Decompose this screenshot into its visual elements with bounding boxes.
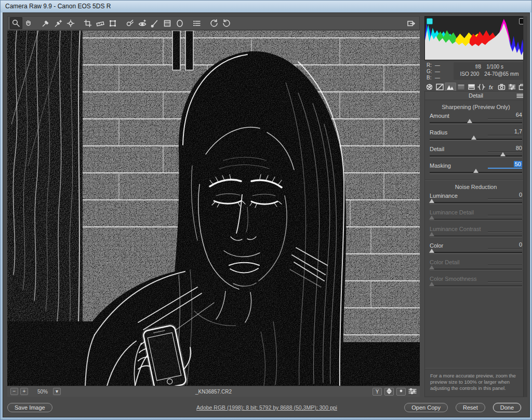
- shutter-value: 1/100 s: [486, 64, 503, 70]
- slider-track[interactable]: [430, 252, 522, 253]
- slider-detail: Detail80: [430, 144, 522, 157]
- image-preview[interactable]: [7, 31, 420, 386]
- panel-tabs: fx: [424, 83, 527, 91]
- straighten-tool-button[interactable]: [94, 17, 107, 29]
- list-icon: [192, 19, 202, 28]
- open-copy-button[interactable]: Open Copy: [404, 403, 448, 412]
- tab-split-toning[interactable]: [466, 83, 476, 91]
- slider-thumb[interactable]: [471, 136, 476, 140]
- minus-icon: −: [13, 389, 16, 394]
- sharpening-sliders: Amount64Radius1,7Detail80Masking50: [425, 111, 527, 178]
- copy-settings-button[interactable]: [396, 388, 406, 396]
- red-eye-removal-tool-button[interactable]: [136, 17, 149, 29]
- zoom-out-button[interactable]: −: [10, 388, 18, 395]
- slider-track[interactable]: [430, 122, 522, 124]
- slider-value-field[interactable]: 50: [488, 161, 522, 169]
- rotate-ccw-icon: [209, 19, 219, 28]
- slider-thumb[interactable]: [429, 199, 434, 203]
- zoom-level-value[interactable]: 50%: [35, 389, 50, 395]
- svg-text:fx: fx: [489, 84, 494, 90]
- slider-value-field[interactable]: [488, 275, 522, 282]
- tab-tone-curve[interactable]: [435, 83, 445, 91]
- shadow-clipping-warning-button[interactable]: [427, 18, 433, 24]
- zoom-tool-button[interactable]: [10, 17, 22, 29]
- white-balance-tool-button[interactable]: [39, 17, 52, 29]
- done-button[interactable]: Done: [493, 403, 521, 412]
- preview-bottom-bar: − + 50% ▾ _KN36857.CR2 Y: [7, 386, 420, 397]
- slider-value-field[interactable]: 1,7: [488, 128, 522, 136]
- slider-value-field[interactable]: 64: [488, 112, 522, 119]
- dialog-content: − + 50% ▾ _KN36857.CR2 Y: [3, 12, 530, 417]
- slider-thumb[interactable]: [429, 282, 434, 286]
- slider-value-field[interactable]: [488, 209, 522, 215]
- crop-tool-button[interactable]: [82, 17, 94, 29]
- zoom-level-dropdown[interactable]: ▾: [53, 388, 61, 395]
- slider-value-field[interactable]: [488, 259, 522, 265]
- slider-color-detail: Color Detail: [430, 258, 522, 270]
- slider-thumb[interactable]: [467, 119, 472, 123]
- preferences-button[interactable]: [191, 17, 203, 29]
- tab-lens-corrections[interactable]: [476, 83, 487, 91]
- rotate-left-button[interactable]: [208, 17, 220, 29]
- slider-track[interactable]: [430, 235, 522, 237]
- slider-label: Detail: [430, 146, 444, 152]
- adjustment-brush-tool-button[interactable]: [149, 17, 161, 29]
- slider-track[interactable]: [430, 172, 522, 173]
- slider-thumb[interactable]: [500, 152, 506, 156]
- zoom-in-button[interactable]: +: [20, 388, 28, 395]
- swap-before-after-button[interactable]: [384, 388, 394, 396]
- title-bar[interactable]: Camera Raw 9.9 - Canon EOS 5DS R: [1, 1, 531, 12]
- slider-value-field[interactable]: 0: [488, 192, 522, 199]
- tab-presets[interactable]: [507, 83, 517, 91]
- panel-scrollbar[interactable]: [523, 16, 527, 397]
- tab-effects[interactable]: fx: [487, 83, 497, 91]
- targeted-adjustment-tool-button[interactable]: [64, 17, 77, 29]
- hand-icon: [24, 19, 33, 28]
- healing-brush-icon: [125, 19, 135, 28]
- rotate-right-button[interactable]: [220, 17, 233, 29]
- color-sampler-tool-button[interactable]: [52, 17, 64, 29]
- hand-tool-button[interactable]: [22, 17, 35, 29]
- slider-thumb[interactable]: [429, 265, 434, 269]
- slider-label: Masking: [430, 162, 451, 169]
- slider-track[interactable]: [430, 268, 522, 270]
- tab-camera-calibration[interactable]: [497, 83, 507, 91]
- target-icon: [66, 19, 75, 28]
- tab-basic[interactable]: [424, 83, 435, 91]
- spot-removal-tool-button[interactable]: [124, 17, 136, 29]
- reset-button[interactable]: Reset: [456, 403, 485, 412]
- slider-value-field[interactable]: 0: [488, 241, 522, 249]
- plus-icon: +: [23, 389, 26, 394]
- slider-luminance-contrast: Luminance Contrast: [430, 224, 522, 237]
- histogram[interactable]: [424, 16, 527, 60]
- slider-amount: Amount64: [430, 111, 522, 124]
- graduated-filter-tool-button[interactable]: [161, 17, 174, 29]
- toggle-fullscreen-button[interactable]: [405, 17, 417, 29]
- histogram-info: R:— G:— B:— f/81/100 s ISO 20024-70@65 m…: [424, 60, 527, 81]
- slider-track[interactable]: [430, 155, 522, 157]
- slider-label: Color: [430, 242, 443, 249]
- transform-tool-button[interactable]: [107, 17, 119, 29]
- slider-thumb[interactable]: [429, 232, 434, 236]
- tab-detail[interactable]: [445, 83, 456, 91]
- slider-track[interactable]: [430, 202, 522, 204]
- slider-thumb[interactable]: [429, 215, 434, 220]
- slider-track[interactable]: [430, 285, 522, 287]
- noise-reduction-header: Noise Reduction: [425, 184, 527, 190]
- slider-track[interactable]: [430, 139, 522, 140]
- slider-thumb[interactable]: [429, 249, 434, 253]
- slider-value-field[interactable]: [488, 225, 522, 232]
- slider-value-field[interactable]: 80: [488, 145, 522, 152]
- save-image-button[interactable]: Save Image: [7, 403, 52, 412]
- slider-label: Luminance Contrast: [430, 226, 481, 232]
- slider-label: Amount: [430, 113, 449, 119]
- tab-hsl-grayscale[interactable]: [456, 83, 467, 91]
- workflow-options-link[interactable]: Adobe RGB (1998); 8 bit; 5792 by 8688 (5…: [196, 404, 337, 411]
- cycle-before-after-button[interactable]: Y: [373, 388, 382, 396]
- slider-track[interactable]: [430, 219, 522, 220]
- preview-preferences-button[interactable]: [408, 388, 417, 396]
- radial-filter-tool-button[interactable]: [174, 17, 186, 29]
- slider-radius: Radius1,7: [430, 128, 522, 140]
- panel-menu-icon[interactable]: [516, 91, 524, 100]
- slider-thumb[interactable]: [473, 169, 478, 173]
